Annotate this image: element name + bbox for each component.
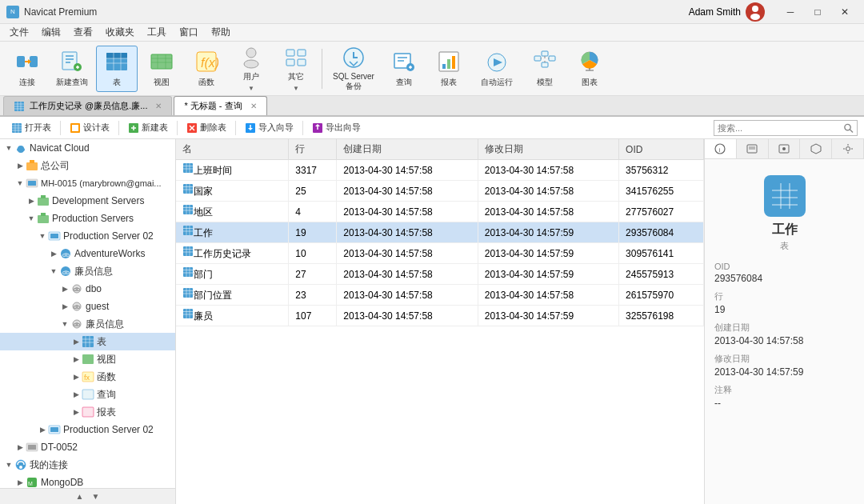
queries-arrow[interactable]: ▶ — [70, 389, 82, 400]
minimize-button[interactable]: ─ — [778, 4, 803, 20]
toolbar-function[interactable]: f(x) 函数 — [186, 46, 227, 92]
toolbar-chart[interactable]: 图表 — [569, 46, 610, 92]
sidebar-item-mongodb[interactable]: ▶ M MongoDB — [0, 474, 175, 488]
preview-tab[interactable] — [769, 139, 801, 158]
guest-arrow[interactable]: ▶ — [59, 301, 70, 312]
sidebar-item-reports[interactable]: ▶ 报表 — [0, 403, 175, 421]
tab-query[interactable]: * 无标题 - 查询 ✕ — [174, 96, 266, 115]
mongodb-arrow[interactable]: ▶ — [14, 477, 26, 488]
col-modified[interactable]: 修改日期 — [478, 139, 618, 160]
close-button[interactable]: ✕ — [832, 4, 858, 20]
prod-server-02-arrow[interactable]: ▼ — [37, 230, 48, 242]
toolbar-report[interactable]: 报表 — [428, 46, 470, 92]
sidebar-item-prod-server-02-2[interactable]: ▶ Production Server 02 — [0, 421, 175, 438]
sidebar-item-company[interactable]: ▶ 总公司 — [0, 157, 175, 174]
tab-query-close[interactable]: ✕ — [250, 102, 257, 110]
toolbar-query[interactable]: 查询 — [383, 46, 425, 92]
sidebar-item-dt0052[interactable]: ▶ DT-0052 — [0, 438, 175, 456]
table-row[interactable]: 部门位置232013-04-30 14:57:582013-04-30 14:5… — [176, 285, 704, 306]
functions-arrow[interactable]: ▶ — [70, 371, 82, 382]
sidebar-item-prod-server-02[interactable]: ▼ Production Server 02 — [0, 227, 175, 245]
open-table-button[interactable]: 打开表 — [6, 120, 56, 135]
menu-window[interactable]: 窗口 — [173, 24, 205, 41]
table-row[interactable]: 地区42013-04-30 14:57:582013-04-30 14:57:5… — [176, 202, 704, 222]
sidebar-item-queries[interactable]: ▶ 查询 — [0, 386, 175, 403]
sidebar-item-members-schema[interactable]: ▼ db 廉员信息 — [0, 315, 175, 333]
my-connections-arrow[interactable]: ▼ — [3, 459, 14, 470]
connect-label: 连接 — [19, 77, 35, 88]
dt0052-arrow[interactable]: ▶ — [14, 442, 26, 453]
dbo-arrow[interactable]: ▶ — [59, 283, 70, 294]
ddl-tab[interactable] — [737, 139, 769, 158]
search-box[interactable] — [714, 120, 858, 136]
dev-servers-arrow[interactable]: ▶ — [26, 195, 37, 206]
table-row[interactable]: 国家252013-04-30 14:57:582013-04-30 14:57:… — [176, 181, 704, 202]
col-created[interactable]: 创建日期 — [337, 139, 478, 160]
sidebar-item-views[interactable]: ▶ 视图 — [0, 350, 175, 368]
table-row[interactable]: 部门272013-04-30 14:57:582013-04-30 14:57:… — [176, 264, 704, 285]
menu-edit[interactable]: 编辑 — [35, 24, 67, 41]
toolbar-model[interactable]: 模型 — [524, 46, 566, 92]
sidebar-item-guest[interactable]: ▶ db guest — [0, 298, 175, 315]
menu-favorites[interactable]: 收藏夹 — [99, 24, 141, 41]
mh0015-arrow[interactable]: ▼ — [14, 178, 26, 189]
members-schema-label: 廉员信息 — [86, 318, 124, 331]
hex-tab[interactable] — [800, 139, 832, 158]
export-button[interactable]: 导出向导 — [307, 120, 366, 135]
toolbar-connect[interactable]: 连接 — [6, 46, 48, 92]
table-row[interactable]: 廉员1072013-04-30 14:57:582013-04-30 14:57… — [176, 306, 704, 326]
sidebar-item-functions[interactable]: ▶ fx 函数 — [0, 368, 175, 386]
sidebar-scroll-down[interactable]: ▼ — [88, 491, 104, 502]
sidebar-item-prod-servers[interactable]: ▼ Production Servers — [0, 210, 175, 227]
sidebar-item-my-connections[interactable]: ▼ 我的连接 — [0, 456, 175, 474]
table-row[interactable]: 工作历史记录102013-04-30 14:57:582013-04-30 14… — [176, 243, 704, 264]
reports-arrow[interactable]: ▶ — [70, 406, 82, 418]
toolbar-backup[interactable]: SQL Server 备份 — [327, 46, 380, 92]
company-arrow[interactable]: ▶ — [14, 160, 26, 171]
sidebar-scroll-up[interactable]: ▲ — [72, 491, 88, 502]
menu-file[interactable]: 文件 — [3, 24, 35, 41]
toolbar-view[interactable]: 视图 — [141, 46, 182, 92]
table-row[interactable]: 上班时间33172013-04-30 14:57:582013-04-30 14… — [176, 160, 704, 181]
sidebar-item-members-info[interactable]: ▼ db 廉员信息 — [0, 262, 175, 280]
toolbar-autorun[interactable]: 自动运行 — [473, 46, 521, 92]
settings-tab[interactable] — [832, 139, 864, 158]
col-rows[interactable]: 行 — [289, 139, 337, 160]
menu-tools[interactable]: 工具 — [141, 24, 173, 41]
adventure-icon: db — [59, 247, 72, 260]
members-info-arrow[interactable]: ▼ — [48, 266, 59, 277]
adventure-arrow[interactable]: ▶ — [48, 248, 59, 259]
sidebar-item-dbo[interactable]: ▶ db dbo — [0, 280, 175, 298]
col-oid[interactable]: OID — [619, 139, 704, 160]
titlebar-controls[interactable]: ─ □ ✕ — [778, 4, 858, 20]
toolbar-user[interactable]: 用户 ▼ — [230, 46, 272, 92]
search-input[interactable] — [718, 123, 843, 133]
prod-server-02-2-arrow[interactable]: ▶ — [37, 424, 48, 435]
sidebar-item-navicat-cloud[interactable]: ▼ Navicat Cloud — [0, 139, 175, 157]
toolbar-table[interactable]: 表 — [96, 46, 138, 92]
design-table-button[interactable]: 设计表 — [65, 120, 114, 135]
sidebar-item-tables[interactable]: ▶ 表 — [0, 333, 175, 350]
tab-history-close[interactable]: ✕ — [155, 102, 162, 110]
import-button[interactable]: 导入向导 — [240, 120, 298, 135]
delete-table-button[interactable]: 删除表 — [182, 120, 231, 135]
col-name[interactable]: 名 — [176, 139, 289, 160]
members-schema-arrow[interactable]: ▼ — [59, 318, 70, 330]
navicat-cloud-arrow[interactable]: ▼ — [3, 142, 14, 154]
toolbar-other[interactable]: 其它 ▼ — [275, 46, 317, 92]
new-table-button[interactable]: 新建表 — [123, 120, 173, 135]
maximize-button[interactable]: □ — [805, 4, 830, 20]
tab-history[interactable]: 工作历史记录 @廉员信息.廉... ✕ — [3, 96, 172, 115]
report-label: 报表 — [441, 77, 457, 88]
table-row[interactable]: 工作192013-04-30 14:57:582013-04-30 14:57:… — [176, 222, 704, 243]
tables-arrow[interactable]: ▶ — [70, 336, 82, 347]
menu-view[interactable]: 查看 — [67, 24, 99, 41]
prod-servers-arrow[interactable]: ▼ — [26, 213, 37, 224]
views-arrow[interactable]: ▶ — [70, 354, 82, 365]
sidebar-item-adventure-works[interactable]: ▶ db AdventureWorks — [0, 245, 175, 262]
sidebar-item-mh0015[interactable]: ▼ MH-0015 (marybrown@gmai... — [0, 174, 175, 192]
sidebar-item-dev-servers[interactable]: ▶ Development Servers — [0, 192, 175, 210]
info-tab[interactable]: i — [705, 139, 737, 158]
toolbar-new-query[interactable]: 新建查询 — [51, 46, 93, 92]
menu-help[interactable]: 帮助 — [205, 24, 237, 41]
